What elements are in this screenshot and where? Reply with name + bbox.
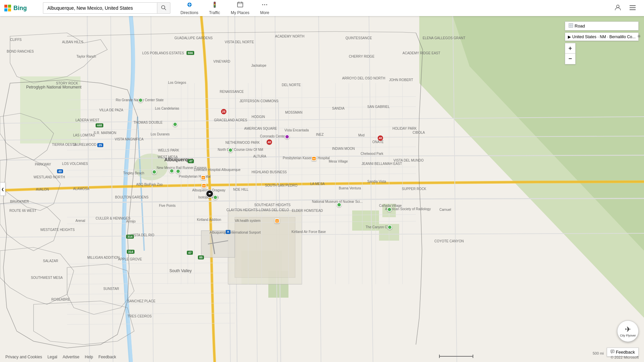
- svg-line-40: [67, 174, 416, 177]
- poi-airport: ✕: [226, 230, 230, 234]
- poi-va-health: H: [275, 219, 279, 223]
- map-svg: [0, 16, 644, 362]
- breadcrumb-text: United States · NM · Bernalillo Co...: [572, 35, 636, 39]
- user-icon: [614, 4, 621, 12]
- footer: Privacy and Cookies Legal Advertise Help…: [0, 352, 121, 362]
- more-icon: [261, 1, 268, 10]
- svg-rect-32: [201, 231, 235, 257]
- svg-point-70: [638, 36, 640, 37]
- svg-rect-2: [4, 8, 7, 11]
- shield-47: 47: [188, 159, 194, 163]
- shield-85: 85: [198, 255, 204, 259]
- footer-legal[interactable]: Legal: [47, 355, 57, 359]
- poi-presbyterian-hosp: H: [202, 183, 206, 188]
- nav-items: Directions Traffic: [176, 0, 274, 16]
- bing-logo[interactable]: Bing: [4, 4, 27, 12]
- poi-coronado: [285, 134, 289, 139]
- svg-line-46: [67, 293, 235, 294]
- svg-rect-0: [4, 5, 7, 8]
- poi-tingley: [152, 170, 157, 174]
- svg-point-14: [262, 4, 263, 5]
- svg-line-35: [67, 97, 416, 100]
- nav-more[interactable]: More: [255, 0, 274, 16]
- traffic-icon: [211, 1, 218, 10]
- search-icon: [161, 5, 166, 11]
- svg-line-44: [67, 273, 235, 274]
- shield-448: 448: [96, 123, 103, 127]
- nav-directions[interactable]: Directions: [176, 0, 203, 16]
- hamburger-icon: [630, 5, 636, 12]
- header: Bing Directions: [0, 0, 644, 16]
- svg-rect-71: [611, 350, 614, 353]
- zoom-out-button[interactable]: −: [565, 54, 576, 64]
- user-account-button[interactable]: [612, 2, 624, 14]
- poi-indian-pueblo: [173, 122, 177, 127]
- zoom-in-button[interactable]: +: [565, 43, 576, 54]
- shield-40-west: 40: [57, 169, 63, 173]
- shield-556: 556: [186, 51, 194, 55]
- svg-rect-1: [8, 5, 11, 8]
- poi-abq-biopark: [169, 169, 174, 173]
- poi-north-golf: [228, 148, 233, 153]
- svg-rect-3: [8, 8, 11, 11]
- poi-american-society: [387, 207, 392, 212]
- svg-point-17: [616, 5, 619, 8]
- svg-point-8: [214, 4, 215, 5]
- menu-button[interactable]: [627, 2, 639, 14]
- city-flyover-button[interactable]: ✈ City Flyover: [617, 320, 639, 342]
- shield-red3: 40: [378, 135, 383, 141]
- settings-icon: [637, 34, 641, 39]
- search-input[interactable]: [43, 2, 157, 14]
- scale-label: 500 mi: [593, 351, 604, 355]
- copyright: © 2022 Microsoft: [611, 355, 639, 359]
- footer-help[interactable]: Help: [85, 355, 93, 359]
- shield-red2: 40: [267, 139, 272, 145]
- collapse-icon: ❮: [1, 187, 4, 191]
- zoom-controls: + −: [565, 43, 639, 64]
- logo-area: Bing: [0, 4, 40, 12]
- poi-dragway: [206, 190, 214, 198]
- svg-point-7: [214, 2, 215, 4]
- shield-25: 25: [97, 143, 103, 147]
- feedback-label: Feedback: [616, 350, 635, 355]
- search-area: [43, 2, 170, 14]
- svg-point-16: [266, 4, 267, 5]
- my-places-icon: [237, 1, 244, 10]
- svg-line-49: [67, 323, 235, 324]
- map-container[interactable]: Albuquerque CLIFFS ALBAN HILLS GUADALUPE…: [0, 16, 644, 362]
- directions-label: Directions: [180, 10, 198, 15]
- poi-kaseman: H: [312, 156, 316, 161]
- road-label: Road: [575, 23, 585, 28]
- search-button[interactable]: [157, 2, 170, 14]
- svg-point-9: [214, 6, 215, 7]
- svg-line-43: [67, 263, 235, 264]
- svg-line-36: [67, 107, 416, 110]
- plane-icon: ✈: [625, 325, 631, 334]
- bing-text: Bing: [13, 5, 27, 12]
- footer-advertise[interactable]: Advertise: [63, 355, 79, 359]
- nav-my-places[interactable]: My Places: [226, 0, 254, 16]
- shield-red1: 25: [221, 109, 226, 114]
- location-breadcrumb[interactable]: ▶ United States · NM · Bernalillo Co...: [565, 33, 639, 41]
- poi-lovelace: H: [201, 175, 206, 180]
- svg-line-39: [67, 167, 416, 170]
- svg-line-5: [165, 8, 166, 10]
- map-controls: Road ▶ United States · NM · Bernalillo C…: [565, 21, 639, 64]
- header-right: [612, 2, 644, 14]
- svg-rect-24: [352, 210, 379, 231]
- footer-privacy[interactable]: Privacy and Cookies: [5, 355, 42, 359]
- microsoft-icon: [4, 4, 11, 12]
- more-label: More: [260, 10, 269, 15]
- poi-zoo: [176, 169, 180, 174]
- poi-canyon-club: [387, 225, 392, 230]
- breadcrumb-arrow: ▶: [568, 35, 571, 39]
- svg-line-37: [67, 127, 416, 130]
- road-view-button[interactable]: Road: [565, 21, 639, 31]
- collapse-sidebar-button[interactable]: ❮: [0, 182, 5, 196]
- nav-traffic[interactable]: Traffic: [204, 0, 225, 16]
- footer-feedback[interactable]: Feedback: [98, 355, 116, 359]
- svg-line-47: [67, 303, 235, 304]
- shield-314b: 314: [127, 250, 135, 254]
- directions-icon: [186, 1, 193, 10]
- svg-point-15: [264, 4, 265, 5]
